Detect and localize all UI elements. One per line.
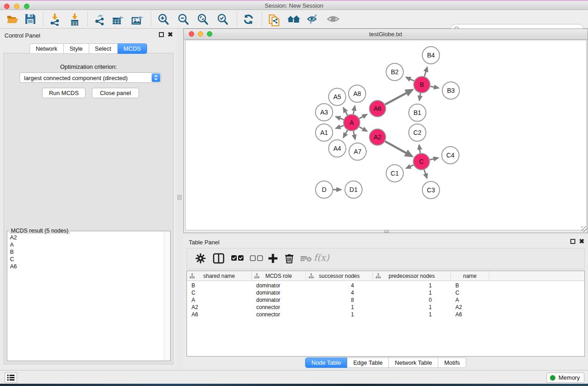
edge-C-C1[interactable] [406, 165, 414, 168]
edge-A-A2[interactable] [359, 127, 367, 131]
result-item[interactable]: A [8, 241, 163, 248]
column-header-MCDS-role[interactable]: MCDS role [252, 271, 306, 281]
node-D1[interactable]: D1 [345, 181, 362, 198]
tab-mcds[interactable]: MCDS [118, 43, 147, 54]
home-icon[interactable] [287, 13, 300, 26]
node-C1[interactable]: C1 [386, 165, 403, 182]
resize-grip-icon[interactable] [581, 226, 587, 232]
task-history-button[interactable] [5, 372, 17, 383]
split-columns-icon[interactable] [213, 253, 225, 264]
memory-button[interactable]: Memory [546, 372, 584, 383]
edge-A6-B[interactable] [385, 90, 412, 105]
table-cell[interactable]: A2 [187, 304, 252, 311]
splitter-handle[interactable] [177, 195, 182, 200]
hide-graphics-details-icon[interactable] [306, 13, 320, 26]
tab-network[interactable]: Network [29, 43, 64, 54]
table-cell[interactable]: dominator [252, 282, 306, 289]
edge-C-C3[interactable] [424, 170, 427, 178]
select-all-icon[interactable] [231, 255, 244, 262]
tab-motifs[interactable]: Motifs [438, 357, 466, 368]
table-cell[interactable]: 1 [373, 289, 451, 296]
table-cell[interactable]: dominator [252, 289, 306, 296]
node-A7[interactable]: A7 [349, 143, 366, 160]
edge-C-C4[interactable] [430, 158, 438, 160]
node-A[interactable]: A [344, 114, 360, 131]
gear-icon[interactable] [195, 253, 206, 264]
node-A6[interactable]: A6 [369, 100, 386, 117]
table-row[interactable]: A6connector11A6 [187, 311, 584, 318]
edge-A-A5[interactable] [344, 108, 348, 115]
column-header-successor-nodes[interactable]: successor nodes [306, 271, 373, 281]
edge-A-A1[interactable] [336, 125, 344, 128]
node-A4[interactable]: A4 [329, 140, 346, 157]
delete-table-icon[interactable] [300, 255, 312, 262]
table-cell[interactable]: B [451, 282, 489, 289]
node-A5[interactable]: A5 [329, 88, 346, 105]
table-cell[interactable]: connector [252, 311, 306, 318]
table-cell[interactable]: 4 [306, 289, 373, 296]
node-A8[interactable]: A8 [349, 85, 366, 102]
edge-B-B4[interactable] [425, 67, 427, 76]
table-row[interactable]: Cdominator41C [187, 289, 584, 296]
column-header-predecessor-nodes[interactable]: predecessor nodes [373, 271, 451, 281]
float-panel-icon[interactable] [159, 32, 164, 37]
mcds-result-list[interactable]: A2ABCA6 [8, 234, 163, 360]
table-cell[interactable]: 1 [373, 311, 451, 318]
table-cell[interactable]: 1 [373, 304, 451, 311]
import-table-icon[interactable] [68, 13, 82, 26]
table-cell[interactable]: 1 [306, 304, 373, 311]
criterion-dropdown[interactable]: largest connected component (directed) [19, 72, 161, 83]
node-A1[interactable]: A1 [316, 124, 333, 141]
tab-style[interactable]: Style [64, 43, 89, 54]
float-table-panel-icon[interactable] [570, 239, 575, 244]
node-B2[interactable]: B2 [386, 63, 403, 81]
open-file-icon[interactable] [6, 13, 20, 26]
table-cell[interactable]: 8 [306, 296, 373, 304]
close-table-panel-icon[interactable]: ✖ [579, 239, 584, 244]
show-graphics-details-icon[interactable] [326, 13, 340, 26]
edge-A-A6[interactable] [359, 114, 367, 119]
zoom-in-icon[interactable] [157, 13, 171, 26]
table-cell[interactable]: 0 [373, 296, 451, 304]
node-C[interactable]: C [413, 153, 430, 170]
table-cell[interactable]: A6 [187, 311, 252, 318]
node-C4[interactable]: C4 [442, 147, 459, 164]
result-item[interactable]: A2 [8, 234, 163, 241]
edge-A-A7[interactable] [354, 131, 355, 139]
node-A3[interactable]: A3 [316, 104, 333, 121]
network-canvas[interactable]: B4B2BB3A8A5A6A3B1AA1C2A2A4A7C4CC1C3DD1 [185, 40, 587, 230]
edge-A2-C[interactable] [385, 141, 412, 156]
deselect-all-icon[interactable] [250, 255, 263, 262]
node-B3[interactable]: B3 [442, 82, 459, 99]
refresh-icon[interactable] [242, 13, 256, 26]
edge-A-A3[interactable] [336, 117, 344, 119]
delete-icon[interactable] [284, 253, 294, 264]
node-table-body[interactable]: Bdominator41BCdominator41CAdominator80AA… [187, 281, 584, 356]
edge-A-A8[interactable] [354, 106, 355, 114]
zoom-selected-icon[interactable] [216, 13, 230, 26]
node-A2[interactable]: A2 [369, 129, 386, 145]
add-icon[interactable] [268, 253, 278, 264]
result-item[interactable]: B [8, 248, 163, 256]
column-header-name[interactable]: name [451, 271, 489, 281]
node-B1[interactable]: B1 [409, 104, 426, 121]
zoom-fit-icon[interactable] [196, 13, 210, 26]
node-B[interactable]: B [414, 76, 430, 93]
close-panel-button[interactable]: Close panel [92, 88, 139, 98]
node-B4[interactable]: B4 [422, 47, 440, 64]
edge-B-B2[interactable] [406, 77, 414, 81]
table-cell[interactable]: C [187, 289, 252, 296]
result-item[interactable]: C [8, 256, 163, 263]
table-cell[interactable]: connector [252, 304, 306, 311]
table-cell[interactable]: 1 [306, 311, 373, 318]
edge-A-A4[interactable] [344, 130, 348, 138]
node-C2[interactable]: C2 [409, 124, 426, 141]
network-window-titlebar[interactable]: testGlobe.txt [184, 29, 588, 40]
edge-B-B3[interactable] [430, 86, 439, 88]
table-cell[interactable]: 1 [373, 282, 451, 289]
node-D[interactable]: D [316, 181, 333, 198]
table-cell[interactable]: B [187, 282, 252, 289]
table-cell[interactable]: dominator [252, 296, 306, 304]
table-cell[interactable]: A [187, 296, 252, 304]
zoom-out-icon[interactable] [177, 13, 191, 26]
